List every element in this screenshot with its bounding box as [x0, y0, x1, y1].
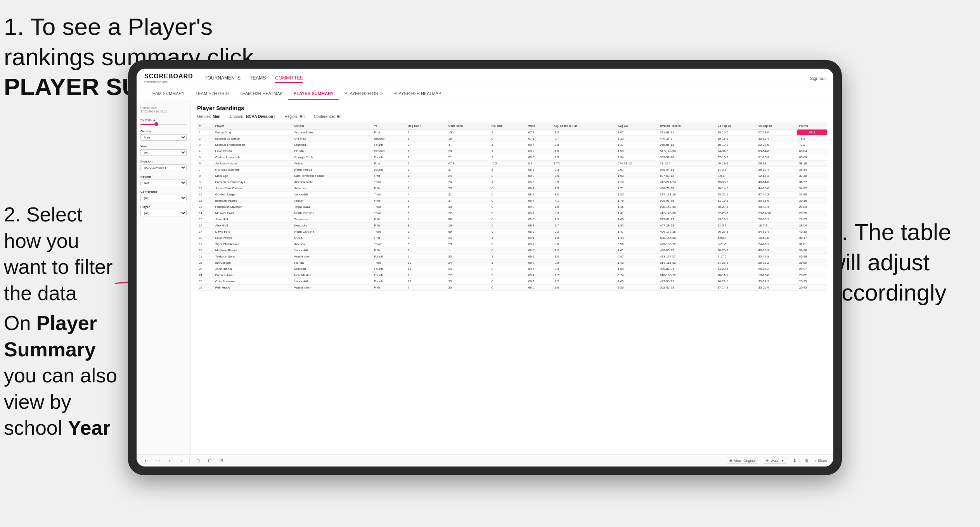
table-row: 21 Taehoon Song Washington Fourth 1 23 1…	[197, 254, 827, 260]
region-select[interactable]: N/A	[140, 180, 187, 186]
clock-icon[interactable]: ⏱	[218, 457, 225, 464]
annotation-step2: 2. Select how you want to filter the dat…	[4, 202, 116, 306]
cell-overall: 440-26-6	[658, 136, 716, 142]
sub-nav-team-summary[interactable]: TEAM SUMMARY	[144, 88, 190, 100]
tablet-screen: SCOREBOARD Powered by dippi TOURNAMENTS …	[137, 69, 833, 467]
cell-player: Tiger Christensen	[213, 241, 293, 247]
cell-no-rds: 0	[490, 185, 526, 192]
cell-no-rds: 0	[490, 266, 526, 272]
cell-wins: 68.3	[526, 173, 552, 179]
share-button[interactable]: ↑ Share	[814, 459, 827, 463]
table-row: 17 David Ford North Carolina Third 9 69 …	[197, 229, 827, 235]
cell-points: 73.2	[797, 142, 827, 148]
undo-icon[interactable]: ↩	[143, 457, 150, 464]
back-icon[interactable]: ‹	[166, 457, 173, 464]
table-row: 2 Michael Le Sasso Ole Miss Second 1 18 …	[197, 136, 827, 142]
cell-overall: 698-54-13	[658, 167, 716, 173]
no-rds-value: 1	[153, 118, 155, 121]
cell-vs-top50: 49-35-9	[757, 247, 797, 254]
col-school: School	[292, 123, 372, 130]
nav-link-tournaments[interactable]: TOURNAMENTS	[205, 74, 241, 83]
conference-select[interactable]: (All)	[140, 195, 187, 201]
cell-no-rds: 1	[490, 148, 526, 154]
nav-link-committee[interactable]: COMMITTEE	[275, 74, 303, 83]
watch-chevron: ▾	[782, 459, 784, 463]
cell-avg-sg: 1.66	[616, 216, 658, 223]
cell-overall: 547-142-98	[658, 148, 716, 154]
sub-nav-player-h2h-grid[interactable]: PLAYER H2H GRID	[339, 88, 388, 100]
sub-nav-team-h2h-grid[interactable]: TEAM H2H GRID	[190, 88, 234, 100]
sidebar-update: Update time: 27/03/2024 16:56:26	[140, 106, 187, 113]
cell-adj-score: -0.3	[552, 210, 616, 216]
cell-yr: Fifth	[372, 285, 406, 291]
cell-player: Jacob Skov Olesen	[213, 185, 293, 192]
cell-rank: 22	[197, 260, 213, 266]
download-icon[interactable]: ⬇	[791, 457, 798, 464]
cell-vs-top50: 50-18-6	[757, 198, 797, 204]
cell-vs-top25: 19-11-1	[715, 136, 756, 142]
cell-adj-score: -0.8	[552, 260, 616, 266]
player-select[interactable]: (All)	[140, 210, 187, 216]
cell-vs-top25: 8-6-1	[715, 173, 756, 179]
cell-vs-top25: 27-10-2	[715, 154, 756, 161]
update-time: 27/03/2024 16:56:26	[140, 110, 187, 113]
cell-school: North Carolina	[292, 210, 372, 216]
cell-overall: 309-82-21	[658, 266, 716, 272]
year-select[interactable]: (All)	[140, 149, 187, 156]
cell-school: Florida	[292, 260, 372, 266]
cell-no-rds: 1	[490, 142, 526, 148]
view-button[interactable]: ◉ View: Original	[727, 458, 758, 464]
cell-conf-rank: 23	[447, 185, 490, 192]
cell-reg-rank: 2	[406, 142, 447, 148]
cell-yr: Second	[372, 148, 406, 154]
watch-button[interactable]: 👁 Watch ▾	[763, 458, 786, 464]
grid-icon[interactable]: ⊞	[803, 457, 810, 464]
forward-icon[interactable]: ›	[178, 457, 185, 464]
nav-sign-out[interactable]: Sign out	[810, 76, 826, 81]
cell-points: 34.82	[797, 185, 827, 192]
cell-wins: 68.5	[526, 247, 552, 254]
cell-avg-sg: 0.74	[616, 272, 658, 278]
cell-reg-rank: 1	[406, 148, 447, 154]
sub-nav-player-summary[interactable]: PLAYER SUMMARY	[288, 88, 339, 100]
redo-icon[interactable]: ↪	[154, 457, 161, 464]
cell-conf-rank: 1	[447, 247, 490, 254]
cell-no-rds: 1	[490, 254, 526, 260]
sub-nav-player-h2h-heatmap[interactable]: PLAYER H2H HEATMAP	[388, 88, 447, 100]
cell-no-rds: 0	[490, 192, 526, 198]
cell-no-rds: 0	[490, 247, 526, 254]
cell-yr: Fifth	[372, 185, 406, 192]
cell-adj-score: -2.3	[552, 266, 616, 272]
slider-thumb	[154, 122, 158, 126]
cell-vs-top50: 29-38-2	[757, 260, 797, 266]
copy-icon[interactable]: ⊞	[194, 457, 201, 464]
no-rds-slider[interactable]	[140, 124, 187, 125]
cell-conf-rank: 88	[447, 216, 490, 223]
sub-nav-team-h2h-heatmap[interactable]: TEAM H2H HEATMAP	[234, 88, 288, 100]
col-no-rds: No. Rds.	[490, 123, 526, 130]
cell-wins: 68.2	[526, 167, 552, 173]
cell-avg-sg: 3.10	[616, 136, 658, 142]
sidebar: Update time: 27/03/2024 16:56:26 No Rds.…	[137, 100, 191, 454]
cell-vs-top25: 25-22-1	[715, 192, 756, 198]
filter-gender-value: Men	[213, 114, 220, 119]
cell-player: Ian Gilligan	[213, 260, 293, 266]
cell-overall: 492-96-12	[658, 278, 716, 285]
cell-yr: First	[372, 130, 406, 136]
cell-school: Vanderbilt	[292, 247, 372, 254]
division-select[interactable]: NCAA Division I	[140, 164, 187, 171]
paste-icon[interactable]: ⊟	[206, 457, 213, 464]
col-adj-score: Adj. Score to Par	[552, 123, 616, 130]
cell-school: Arkansas	[292, 185, 372, 192]
nav-link-teams[interactable]: TEAMS	[250, 74, 266, 83]
cell-rank: 10	[197, 185, 213, 192]
table-row: 19 Tiger Christensen Arizona Third 5 23 …	[197, 241, 827, 247]
nav-links: TOURNAMENTS TEAMS COMMITTEE	[205, 74, 810, 83]
cell-conf-rank: 28	[447, 148, 490, 154]
cell-points: 20.55	[797, 216, 827, 223]
cell-vs-top50: 44-26-0	[757, 185, 797, 192]
cell-no-rds: 1	[490, 235, 526, 241]
cell-player: Nicholas Gabriels	[213, 167, 293, 173]
gender-select[interactable]: Men	[140, 134, 187, 141]
cell-wins: 69.0	[526, 179, 552, 185]
